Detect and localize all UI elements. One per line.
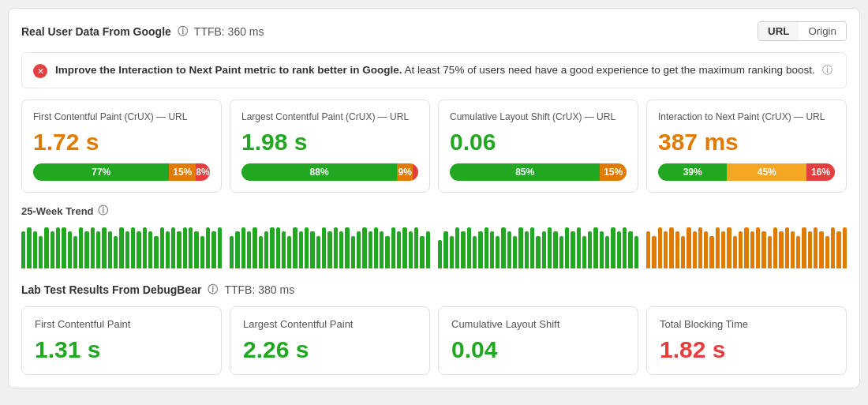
crux-progress-bar-2: 85%15% (450, 163, 627, 181)
trend-bar-1-14 (310, 231, 314, 268)
crux-progress-bar-0: 77%15%8% (33, 163, 210, 181)
crux-metric-title-0: First Contentful Paint (CrUX) — URL (33, 111, 210, 122)
trend-bar-3-12 (716, 227, 720, 268)
trend-bar-0-30 (194, 231, 198, 268)
alert-info-icon[interactable]: ⓘ (822, 64, 832, 76)
trend-bar-1-6 (264, 231, 268, 268)
trend-section: 25-Week Trend ⓘ (21, 204, 847, 272)
trend-bar-1-3 (247, 231, 251, 268)
url-button[interactable]: URL (758, 22, 799, 40)
origin-button[interactable]: Origin (799, 22, 846, 40)
crux-metric-card-3: Interaction to Next Paint (CrUX) — URL38… (646, 99, 847, 193)
crux-metric-value-0: 1.72 s (33, 129, 210, 156)
trend-bar-3-1 (652, 236, 656, 269)
trend-bar-1-15 (316, 236, 320, 269)
trend-bar-3-17 (744, 227, 748, 268)
lab-info-icon[interactable]: ⓘ (208, 283, 218, 297)
progress-segment-0-0: 77% (33, 163, 169, 181)
trend-bar-1-23 (362, 227, 366, 268)
progress-segment-1-2 (413, 163, 418, 181)
progress-segment-3-0: 39% (658, 163, 727, 181)
trend-bar-2-2 (450, 236, 454, 269)
trend-bar-0-25 (166, 231, 170, 268)
trend-bar-3-24 (785, 227, 789, 268)
trend-bar-3-21 (768, 236, 772, 269)
trend-bar-1-0 (230, 236, 234, 269)
trend-bar-3-19 (756, 227, 760, 268)
trend-bar-1-34 (426, 231, 430, 268)
trend-bar-2-20 (553, 231, 557, 268)
progress-segment-3-2: 16% (806, 163, 835, 181)
trend-bar-3-20 (761, 231, 765, 268)
trend-chart-2 (438, 224, 638, 272)
lab-ttfb: TTFB: 380 ms (224, 283, 294, 296)
trend-info-icon[interactable]: ⓘ (98, 204, 108, 218)
trend-bar-0-9 (73, 236, 77, 269)
trend-bar-2-9 (490, 231, 494, 268)
trend-bar-0-2 (33, 231, 37, 268)
trend-bar-1-10 (287, 236, 291, 269)
trend-bar-1-9 (282, 231, 286, 268)
trend-bar-0-26 (171, 227, 175, 268)
trend-bar-2-34 (634, 236, 638, 269)
trend-bar-3-27 (802, 227, 806, 268)
header-left: Real User Data From Google ⓘ TTFB: 360 m… (21, 24, 264, 39)
trend-label: 25-Week Trend (21, 205, 94, 217)
crux-metric-card-2: Cumulative Layout Shift (CrUX) — URL0.06… (438, 99, 638, 193)
trend-bar-3-28 (808, 231, 812, 268)
crux-metric-value-3: 387 ms (658, 129, 835, 156)
trend-bar-3-3 (664, 231, 668, 268)
trend-bar-3-9 (698, 227, 702, 268)
trend-bar-1-32 (414, 227, 418, 268)
trend-bar-0-7 (62, 227, 65, 268)
trend-bar-3-23 (779, 231, 783, 268)
trend-bar-1-16 (322, 227, 326, 268)
lab-card-3: Total Blocking Time1.82 s (646, 306, 847, 375)
page-title: Real User Data From Google (21, 25, 171, 38)
trend-bar-2-13 (513, 236, 517, 269)
trend-bar-1-28 (391, 227, 395, 268)
trend-bar-2-31 (617, 231, 621, 268)
trend-grid (21, 224, 847, 272)
trend-bar-1-1 (235, 231, 239, 268)
trend-bar-2-24 (577, 227, 581, 268)
trend-bar-3-4 (669, 227, 673, 268)
lab-card-value-3: 1.82 s (660, 336, 833, 363)
trend-bar-0-31 (200, 236, 204, 269)
crux-metric-title-2: Cumulative Layout Shift (CrUX) — URL (450, 111, 627, 122)
lab-card-title-1: Largest Contentful Paint (243, 318, 417, 330)
trend-bar-0-24 (160, 227, 164, 268)
trend-bar-3-29 (814, 227, 817, 268)
lab-card-title-2: Cumulative Layout Shift (451, 318, 625, 330)
trend-bar-3-30 (819, 231, 823, 268)
trend-bar-1-24 (369, 231, 372, 268)
lab-card-title-0: First Contentful Paint (35, 318, 208, 330)
trend-bar-0-34 (218, 227, 222, 268)
trend-header: 25-Week Trend ⓘ (21, 204, 847, 218)
trend-bar-0-6 (56, 227, 60, 268)
trend-bar-1-25 (374, 227, 378, 268)
trend-bar-3-5 (675, 231, 679, 268)
info-icon[interactable]: ⓘ (178, 24, 188, 39)
lab-card-2: Cumulative Layout Shift0.04 (438, 306, 638, 375)
trend-bar-1-33 (420, 236, 424, 269)
lab-card-value-1: 2.26 s (243, 336, 417, 363)
trend-bar-1-7 (270, 227, 274, 268)
trend-bar-2-25 (582, 236, 586, 269)
crux-metrics-grid: First Contentful Paint (CrUX) — URL1.72 … (21, 99, 847, 193)
lab-section-header: Lab Test Results From DebugBear ⓘ TTFB: … (21, 283, 847, 297)
alert-close-button[interactable]: ✕ (33, 64, 47, 78)
trend-bar-2-18 (542, 231, 546, 268)
trend-bar-1-18 (334, 227, 338, 268)
trend-bar-1-22 (357, 231, 361, 268)
trend-bar-0-28 (183, 227, 187, 268)
trend-bar-0-10 (79, 227, 83, 268)
lab-card-title-3: Total Blocking Time (660, 318, 833, 330)
trend-bar-2-12 (507, 231, 511, 268)
trend-bar-3-16 (739, 231, 743, 268)
trend-bar-3-33 (836, 231, 840, 268)
trend-bar-2-0 (438, 240, 442, 268)
trend-bar-3-6 (681, 236, 685, 269)
progress-segment-2-1: 15% (600, 163, 627, 181)
trend-bar-2-8 (485, 227, 488, 268)
